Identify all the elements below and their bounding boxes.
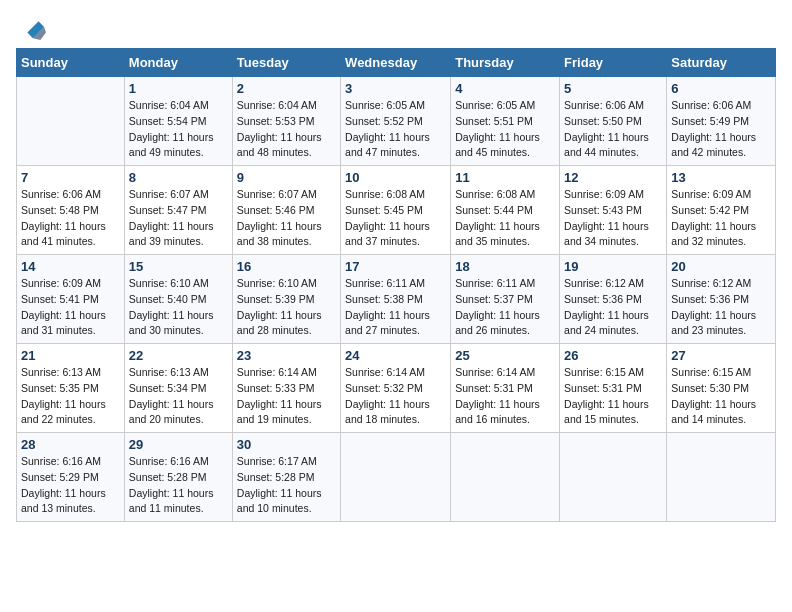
- calendar-cell: [451, 433, 560, 522]
- day-info: Sunrise: 6:09 AMSunset: 5:42 PMDaylight:…: [671, 187, 771, 250]
- header-tuesday: Tuesday: [232, 49, 340, 77]
- day-info: Sunrise: 6:06 AMSunset: 5:50 PMDaylight:…: [564, 98, 662, 161]
- header-wednesday: Wednesday: [341, 49, 451, 77]
- day-info: Sunrise: 6:08 AMSunset: 5:45 PMDaylight:…: [345, 187, 446, 250]
- calendar-cell: 2Sunrise: 6:04 AMSunset: 5:53 PMDaylight…: [232, 77, 340, 166]
- day-info: Sunrise: 6:07 AMSunset: 5:47 PMDaylight:…: [129, 187, 228, 250]
- day-info: Sunrise: 6:05 AMSunset: 5:51 PMDaylight:…: [455, 98, 555, 161]
- day-info: Sunrise: 6:06 AMSunset: 5:48 PMDaylight:…: [21, 187, 120, 250]
- day-info: Sunrise: 6:16 AMSunset: 5:28 PMDaylight:…: [129, 454, 228, 517]
- day-number: 5: [564, 81, 662, 96]
- calendar-cell: 17Sunrise: 6:11 AMSunset: 5:38 PMDayligh…: [341, 255, 451, 344]
- day-number: 3: [345, 81, 446, 96]
- calendar-cell: 26Sunrise: 6:15 AMSunset: 5:31 PMDayligh…: [560, 344, 667, 433]
- day-info: Sunrise: 6:09 AMSunset: 5:41 PMDaylight:…: [21, 276, 120, 339]
- day-number: 17: [345, 259, 446, 274]
- day-number: 22: [129, 348, 228, 363]
- calendar-cell: 20Sunrise: 6:12 AMSunset: 5:36 PMDayligh…: [667, 255, 776, 344]
- calendar-cell: 30Sunrise: 6:17 AMSunset: 5:28 PMDayligh…: [232, 433, 340, 522]
- calendar-cell: 11Sunrise: 6:08 AMSunset: 5:44 PMDayligh…: [451, 166, 560, 255]
- day-info: Sunrise: 6:09 AMSunset: 5:43 PMDaylight:…: [564, 187, 662, 250]
- day-info: Sunrise: 6:07 AMSunset: 5:46 PMDaylight:…: [237, 187, 336, 250]
- calendar-cell: 3Sunrise: 6:05 AMSunset: 5:52 PMDaylight…: [341, 77, 451, 166]
- day-number: 7: [21, 170, 120, 185]
- day-number: 2: [237, 81, 336, 96]
- day-number: 30: [237, 437, 336, 452]
- day-number: 24: [345, 348, 446, 363]
- calendar-cell: 16Sunrise: 6:10 AMSunset: 5:39 PMDayligh…: [232, 255, 340, 344]
- day-number: 16: [237, 259, 336, 274]
- week-row-4: 21Sunrise: 6:13 AMSunset: 5:35 PMDayligh…: [17, 344, 776, 433]
- day-info: Sunrise: 6:16 AMSunset: 5:29 PMDaylight:…: [21, 454, 120, 517]
- header-monday: Monday: [124, 49, 232, 77]
- header-saturday: Saturday: [667, 49, 776, 77]
- calendar-cell: 9Sunrise: 6:07 AMSunset: 5:46 PMDaylight…: [232, 166, 340, 255]
- day-number: 9: [237, 170, 336, 185]
- calendar-cell: [17, 77, 125, 166]
- day-number: 4: [455, 81, 555, 96]
- calendar-cell: 1Sunrise: 6:04 AMSunset: 5:54 PMDaylight…: [124, 77, 232, 166]
- day-number: 8: [129, 170, 228, 185]
- week-row-1: 1Sunrise: 6:04 AMSunset: 5:54 PMDaylight…: [17, 77, 776, 166]
- day-number: 20: [671, 259, 771, 274]
- day-info: Sunrise: 6:15 AMSunset: 5:31 PMDaylight:…: [564, 365, 662, 428]
- day-number: 14: [21, 259, 120, 274]
- day-info: Sunrise: 6:13 AMSunset: 5:35 PMDaylight:…: [21, 365, 120, 428]
- header-thursday: Thursday: [451, 49, 560, 77]
- day-number: 1: [129, 81, 228, 96]
- day-number: 26: [564, 348, 662, 363]
- day-info: Sunrise: 6:11 AMSunset: 5:37 PMDaylight:…: [455, 276, 555, 339]
- day-info: Sunrise: 6:14 AMSunset: 5:31 PMDaylight:…: [455, 365, 555, 428]
- calendar-cell: 15Sunrise: 6:10 AMSunset: 5:40 PMDayligh…: [124, 255, 232, 344]
- logo-icon: [18, 12, 46, 40]
- day-info: Sunrise: 6:12 AMSunset: 5:36 PMDaylight:…: [671, 276, 771, 339]
- day-info: Sunrise: 6:14 AMSunset: 5:32 PMDaylight:…: [345, 365, 446, 428]
- calendar-cell: 12Sunrise: 6:09 AMSunset: 5:43 PMDayligh…: [560, 166, 667, 255]
- logo: [16, 16, 46, 40]
- day-number: 27: [671, 348, 771, 363]
- day-number: 13: [671, 170, 771, 185]
- week-row-5: 28Sunrise: 6:16 AMSunset: 5:29 PMDayligh…: [17, 433, 776, 522]
- calendar-cell: 23Sunrise: 6:14 AMSunset: 5:33 PMDayligh…: [232, 344, 340, 433]
- day-number: 6: [671, 81, 771, 96]
- calendar-cell: 7Sunrise: 6:06 AMSunset: 5:48 PMDaylight…: [17, 166, 125, 255]
- week-row-3: 14Sunrise: 6:09 AMSunset: 5:41 PMDayligh…: [17, 255, 776, 344]
- calendar-cell: 14Sunrise: 6:09 AMSunset: 5:41 PMDayligh…: [17, 255, 125, 344]
- day-number: 19: [564, 259, 662, 274]
- day-info: Sunrise: 6:06 AMSunset: 5:49 PMDaylight:…: [671, 98, 771, 161]
- calendar-cell: 24Sunrise: 6:14 AMSunset: 5:32 PMDayligh…: [341, 344, 451, 433]
- day-info: Sunrise: 6:12 AMSunset: 5:36 PMDaylight:…: [564, 276, 662, 339]
- day-info: Sunrise: 6:14 AMSunset: 5:33 PMDaylight:…: [237, 365, 336, 428]
- calendar-cell: [667, 433, 776, 522]
- day-info: Sunrise: 6:13 AMSunset: 5:34 PMDaylight:…: [129, 365, 228, 428]
- header-friday: Friday: [560, 49, 667, 77]
- calendar-cell: [560, 433, 667, 522]
- calendar-cell: 19Sunrise: 6:12 AMSunset: 5:36 PMDayligh…: [560, 255, 667, 344]
- calendar-cell: 6Sunrise: 6:06 AMSunset: 5:49 PMDaylight…: [667, 77, 776, 166]
- page-header: [16, 16, 776, 40]
- day-number: 10: [345, 170, 446, 185]
- day-number: 12: [564, 170, 662, 185]
- calendar-cell: 27Sunrise: 6:15 AMSunset: 5:30 PMDayligh…: [667, 344, 776, 433]
- day-number: 11: [455, 170, 555, 185]
- calendar-cell: 22Sunrise: 6:13 AMSunset: 5:34 PMDayligh…: [124, 344, 232, 433]
- day-number: 15: [129, 259, 228, 274]
- calendar-header-row: SundayMondayTuesdayWednesdayThursdayFrid…: [17, 49, 776, 77]
- calendar-cell: 21Sunrise: 6:13 AMSunset: 5:35 PMDayligh…: [17, 344, 125, 433]
- day-info: Sunrise: 6:04 AMSunset: 5:53 PMDaylight:…: [237, 98, 336, 161]
- day-number: 29: [129, 437, 228, 452]
- calendar-cell: 10Sunrise: 6:08 AMSunset: 5:45 PMDayligh…: [341, 166, 451, 255]
- day-number: 25: [455, 348, 555, 363]
- day-number: 21: [21, 348, 120, 363]
- day-info: Sunrise: 6:08 AMSunset: 5:44 PMDaylight:…: [455, 187, 555, 250]
- calendar-cell: 5Sunrise: 6:06 AMSunset: 5:50 PMDaylight…: [560, 77, 667, 166]
- week-row-2: 7Sunrise: 6:06 AMSunset: 5:48 PMDaylight…: [17, 166, 776, 255]
- calendar-cell: [341, 433, 451, 522]
- day-info: Sunrise: 6:10 AMSunset: 5:40 PMDaylight:…: [129, 276, 228, 339]
- calendar-cell: 25Sunrise: 6:14 AMSunset: 5:31 PMDayligh…: [451, 344, 560, 433]
- day-number: 28: [21, 437, 120, 452]
- calendar-cell: 8Sunrise: 6:07 AMSunset: 5:47 PMDaylight…: [124, 166, 232, 255]
- calendar-cell: 13Sunrise: 6:09 AMSunset: 5:42 PMDayligh…: [667, 166, 776, 255]
- day-info: Sunrise: 6:04 AMSunset: 5:54 PMDaylight:…: [129, 98, 228, 161]
- day-info: Sunrise: 6:17 AMSunset: 5:28 PMDaylight:…: [237, 454, 336, 517]
